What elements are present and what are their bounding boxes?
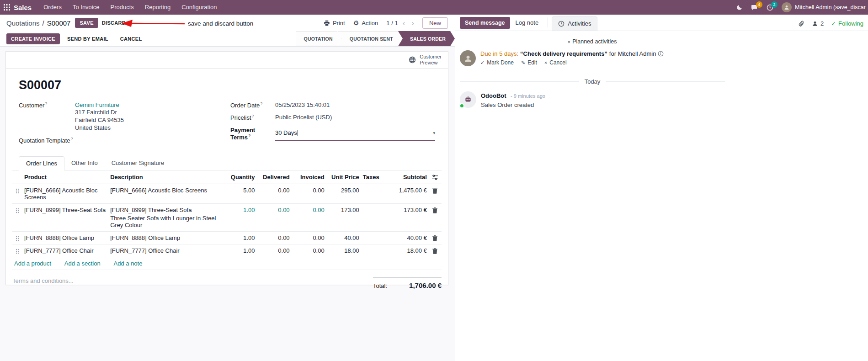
send-message-button[interactable]: Send message — [460, 17, 510, 29]
discard-button[interactable]: DISCARD — [98, 18, 129, 28]
terms-placeholder[interactable]: Terms and conditions... — [12, 277, 74, 289]
stage-quotation[interactable]: QUOTATION — [296, 31, 342, 46]
delete-row-icon[interactable] — [429, 232, 442, 244]
quotation-template-label[interactable]: Quotation Template? — [19, 137, 73, 144]
cell-product[interactable]: [FURN_8999] Three-Seat Sofa — [22, 204, 108, 232]
cell-unit-price[interactable]: 40.00 — [326, 232, 361, 244]
action-button[interactable]: ⚙ Action — [353, 19, 378, 27]
user-avatar — [782, 2, 792, 12]
cell-taxes[interactable] — [361, 184, 385, 204]
dark-mode-toggle-icon[interactable] — [736, 4, 743, 11]
add-note-link[interactable]: Add a note — [114, 260, 143, 267]
notebook-tabs: Order Lines Other Info Customer Signatur… — [12, 156, 442, 170]
cell-invoiced[interactable]: 0.00 — [292, 204, 326, 232]
activities-tab[interactable]: Activities — [552, 16, 597, 31]
order-date-value[interactable]: 05/25/2023 15:40:01 — [275, 101, 330, 109]
activities-clock-icon[interactable]: 2 — [767, 4, 773, 11]
drag-handle-icon[interactable] — [12, 232, 22, 244]
menu-reporting[interactable]: Reporting — [139, 0, 176, 15]
statusbar: CREATE INVOICE SEND BY EMAIL CANCEL QUOT… — [0, 31, 455, 47]
cell-invoiced[interactable]: 0.00 — [292, 244, 326, 257]
mark-done-button[interactable]: ✓Mark Done — [480, 59, 514, 66]
pager-value[interactable]: 1 / 1 — [386, 20, 398, 27]
add-product-link[interactable]: Add a product — [14, 260, 51, 267]
apps-grid-icon[interactable] — [0, 4, 14, 11]
log-note-button[interactable]: Log note — [510, 16, 544, 29]
drag-handle-icon[interactable] — [12, 244, 22, 257]
create-invoice-button[interactable]: CREATE INVOICE — [6, 33, 60, 44]
stage-sales-order[interactable]: SALES ORDER — [398, 31, 455, 46]
pager: 1 / 1 ‹ › — [386, 19, 414, 27]
gear-icon: ⚙ — [353, 19, 359, 27]
form-area: Customer Preview S00007 Customer? — [0, 47, 455, 361]
check-icon: ✓ — [831, 20, 836, 27]
cell-description[interactable]: [FURN_8999] Three-Seat Sofa Three Seater… — [108, 204, 224, 232]
app-name[interactable]: Sales — [14, 4, 32, 11]
cell-quantity[interactable]: 1.00 — [224, 232, 256, 244]
cell-description[interactable]: [FURN_8888] Office Lamp — [108, 232, 224, 244]
cell-delivered[interactable]: 0.00 — [257, 244, 292, 257]
drag-handle-icon[interactable] — [12, 184, 22, 204]
form-sheet: Customer Preview S00007 Customer? — [5, 51, 448, 285]
menu-to-invoice[interactable]: To Invoice — [67, 0, 105, 15]
cancel-button[interactable]: CANCEL — [116, 33, 147, 44]
delete-row-icon[interactable] — [429, 184, 442, 204]
cell-product[interactable]: [FURN_8888] Office Lamp — [22, 232, 108, 244]
cell-quantity[interactable]: 1.00 — [224, 204, 256, 232]
payment-terms-input[interactable]: 30 Days ▾ — [275, 127, 435, 141]
pencil-icon: ✎ — [521, 60, 525, 66]
add-section-link[interactable]: Add a section — [64, 260, 101, 267]
col-product: Product — [22, 170, 108, 184]
planned-activities-toggle[interactable]: ▾Planned activities — [460, 38, 725, 45]
tab-order-lines[interactable]: Order Lines — [19, 156, 64, 170]
cell-delivered[interactable]: 0.00 — [257, 232, 292, 244]
cell-invoiced[interactable]: 0.00 — [292, 184, 326, 204]
pager-previous-icon[interactable]: ‹ — [403, 19, 405, 27]
dropdown-caret-icon[interactable]: ▾ — [433, 131, 435, 135]
cell-taxes[interactable] — [361, 244, 385, 257]
drag-handle-icon[interactable] — [12, 204, 22, 232]
customer-value[interactable]: Gemini Furniture — [75, 101, 124, 108]
cell-delivered[interactable]: 0.00 — [257, 184, 292, 204]
send-by-email-button[interactable]: SEND BY EMAIL — [63, 33, 113, 44]
cell-unit-price[interactable]: 295.00 — [326, 184, 361, 204]
cancel-activity-button[interactable]: ×Cancel — [544, 59, 567, 66]
cell-description[interactable]: [FURN_6666] Acoustic Bloc Screens — [108, 184, 224, 204]
menu-products[interactable]: Products — [105, 0, 139, 15]
cell-unit-price[interactable]: 173.00 — [326, 204, 361, 232]
menu-orders[interactable]: Orders — [38, 0, 67, 15]
tab-other-info[interactable]: Other Info — [64, 156, 105, 170]
cell-invoiced[interactable]: 0.00 — [292, 232, 326, 244]
tab-customer-signature[interactable]: Customer Signature — [105, 156, 171, 170]
following-button[interactable]: ✓ Following — [831, 20, 863, 27]
customer-preview-button[interactable]: Customer Preview — [402, 52, 448, 68]
edit-activity-button[interactable]: ✎Edit — [521, 59, 537, 66]
info-icon[interactable] — [658, 51, 664, 57]
pricelist-value[interactable]: Public Pricelist (USD) — [275, 114, 332, 121]
chatter-panel: Send message Log note Activities 2 ✓ Fol… — [455, 15, 868, 361]
table-row: [FURN_6666] Acoustic Bloc Screens [FURN_… — [12, 184, 442, 204]
print-button[interactable]: Print — [324, 20, 345, 27]
followers-button[interactable]: 2 — [812, 20, 824, 27]
attachment-button[interactable] — [799, 21, 804, 27]
breadcrumb-quotations[interactable]: Quotations — [6, 19, 40, 27]
cell-quantity[interactable]: 1.00 — [224, 244, 256, 257]
user-menu[interactable]: Mitchell Admin (save_discard — [782, 2, 866, 12]
cell-unit-price[interactable]: 18.00 — [326, 244, 361, 257]
cell-product[interactable]: [FURN_6666] Acoustic Bloc Screens — [22, 184, 108, 204]
cell-taxes[interactable] — [361, 204, 385, 232]
cell-taxes[interactable] — [361, 232, 385, 244]
messages-icon[interactable]: 4 — [751, 4, 758, 11]
cell-description[interactable]: [FURN_7777] Office Chair — [108, 244, 224, 257]
delete-row-icon[interactable] — [429, 204, 442, 232]
save-button[interactable]: SAVE — [75, 18, 98, 28]
new-button[interactable]: New — [422, 17, 448, 29]
cell-quantity[interactable]: 5.00 — [224, 184, 256, 204]
delete-row-icon[interactable] — [429, 244, 442, 257]
pager-next-icon[interactable]: › — [411, 19, 414, 27]
cell-product[interactable]: [FURN_7777] Office Chair — [22, 244, 108, 257]
menu-configuration[interactable]: Configuration — [176, 0, 222, 15]
stage-quotation-sent[interactable]: QUOTATION SENT — [338, 31, 402, 46]
optional-columns-icon[interactable] — [429, 170, 442, 184]
cell-delivered[interactable]: 0.00 — [257, 204, 292, 232]
